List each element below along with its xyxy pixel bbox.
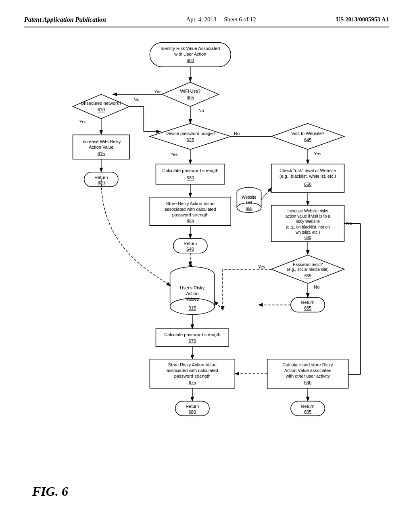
svg-marker-29 xyxy=(150,123,231,149)
svg-text:Calculate password strength: Calculate password strength xyxy=(164,332,220,337)
svg-text:Values: Values xyxy=(186,297,199,301)
flowchart-svg: Identify Risk Value Associated with User… xyxy=(24,31,389,507)
svg-text:risky Website: risky Website xyxy=(296,219,320,224)
svg-text:Unsecured network?: Unsecured network? xyxy=(81,101,121,106)
header-left: Patent Application Publication xyxy=(24,16,106,23)
svg-text:Identify Risk Value Associated: Identify Risk Value Associated xyxy=(161,46,220,51)
svg-text:Action Value associated: Action Value associated xyxy=(284,368,332,373)
svg-text:No: No xyxy=(198,108,204,113)
figure-label: FIG. 6 xyxy=(32,484,68,499)
svg-text:No: No xyxy=(346,221,352,226)
svg-text:615: 615 xyxy=(98,151,105,156)
svg-text:Increase Website risky: Increase Website risky xyxy=(288,209,328,213)
svg-text:Yes: Yes xyxy=(171,152,178,157)
svg-marker-5 xyxy=(162,82,219,106)
svg-text:action value if visit is to a: action value if visit is to a xyxy=(286,214,330,218)
svg-text:680: 680 xyxy=(189,409,196,414)
svg-text:Yes: Yes xyxy=(258,264,265,269)
svg-text:associated with calculated: associated with calculated xyxy=(167,368,218,373)
svg-text:Website: Website xyxy=(242,195,256,200)
svg-text:Password req'd?: Password req'd? xyxy=(293,262,323,267)
svg-text:password strength: password strength xyxy=(174,374,211,378)
svg-marker-50 xyxy=(271,123,344,149)
svg-text:630: 630 xyxy=(187,175,194,180)
svg-text:665: 665 xyxy=(305,274,311,278)
svg-text:640: 640 xyxy=(187,247,194,251)
svg-text:Calculate password strength: Calculate password strength xyxy=(162,168,218,173)
svg-text:Calculate and store Risky: Calculate and store Risky xyxy=(283,362,334,367)
svg-marker-10 xyxy=(73,94,130,118)
svg-text:associated with calculated: associated with calculated xyxy=(165,207,216,212)
svg-text:690: 690 xyxy=(304,380,311,385)
svg-text:Device password usage?: Device password usage? xyxy=(165,131,215,136)
svg-text:No: No xyxy=(234,131,240,136)
svg-text:User's Risky: User's Risky xyxy=(180,285,204,290)
svg-text:610: 610 xyxy=(98,107,105,112)
header-sheet: Sheet 6 of 12 xyxy=(224,16,256,23)
svg-text:with other user activity: with other user activity xyxy=(286,374,330,378)
svg-text:password strength: password strength xyxy=(172,212,209,217)
svg-text:(e.g., on blacklist, not on: (e.g., on blacklist, not on xyxy=(286,225,330,229)
svg-text:List: List xyxy=(246,200,252,205)
svg-text:625: 625 xyxy=(187,137,194,142)
svg-text:600: 600 xyxy=(187,58,194,63)
svg-text:Return: Return xyxy=(184,241,197,246)
svg-text:No: No xyxy=(314,285,319,289)
svg-text:685: 685 xyxy=(304,305,311,310)
svg-text:645: 645 xyxy=(304,137,311,142)
svg-rect-105 xyxy=(156,329,229,347)
svg-text:Yes: Yes xyxy=(79,119,87,124)
svg-rect-36 xyxy=(156,164,225,184)
svg-text:Action: Action xyxy=(186,291,199,296)
svg-text:No: No xyxy=(133,97,139,102)
header-date: Apr. 4, 2013 xyxy=(186,16,216,23)
page: Patent Application Publication Apr. 4, 2… xyxy=(0,0,413,532)
svg-text:660: 660 xyxy=(305,235,311,240)
svg-text:Return: Return xyxy=(94,175,108,180)
svg-text:650: 650 xyxy=(304,182,311,187)
svg-text:Yes: Yes xyxy=(314,151,321,156)
svg-text:(e.g., social media site): (e.g., social media site) xyxy=(287,267,329,272)
svg-text:Increase WiFi Risky: Increase WiFi Risky xyxy=(81,139,121,144)
diagram-area: Identify Risk Value Associated with User… xyxy=(24,31,389,507)
svg-text:Action Value: Action Value xyxy=(89,145,113,150)
svg-text:670: 670 xyxy=(189,339,196,343)
svg-text:Store Risky Action Value: Store Risky Action Value xyxy=(168,362,217,367)
svg-text:with User Action: with User Action xyxy=(174,52,206,56)
svg-text:635: 635 xyxy=(187,218,194,223)
svg-text:Visit to Website?: Visit to Website? xyxy=(291,131,324,136)
header: Patent Application Publication Apr. 4, 2… xyxy=(24,16,389,27)
svg-text:Yes: Yes xyxy=(154,89,161,94)
svg-line-67 xyxy=(261,188,271,200)
svg-text:Store Risky Action Value: Store Risky Action Value xyxy=(166,201,215,206)
header-right: US 2013/0085953 A1 xyxy=(336,16,389,23)
svg-line-128 xyxy=(215,301,223,310)
svg-text:Check "risk" level of Website: Check "risk" level of Website xyxy=(280,168,336,173)
svg-text:(e.g., blacklist, whitelist, e: (e.g., blacklist, whitelist, etc.) xyxy=(280,174,336,179)
svg-text:675: 675 xyxy=(189,380,196,385)
header-center: Apr. 4, 2013 Sheet 6 of 12 xyxy=(186,16,256,23)
svg-text:WiFi Use?: WiFi Use? xyxy=(180,89,200,94)
svg-text:whitelist, etc.): whitelist, etc.) xyxy=(295,230,320,235)
svg-text:605: 605 xyxy=(187,95,194,100)
svg-text:Return: Return xyxy=(301,404,315,409)
svg-text:Return: Return xyxy=(186,404,199,409)
svg-text:695: 695 xyxy=(304,409,311,414)
svg-text:655: 655 xyxy=(246,206,252,211)
svg-text:Return: Return xyxy=(301,300,315,305)
svg-text:315: 315 xyxy=(189,305,196,310)
